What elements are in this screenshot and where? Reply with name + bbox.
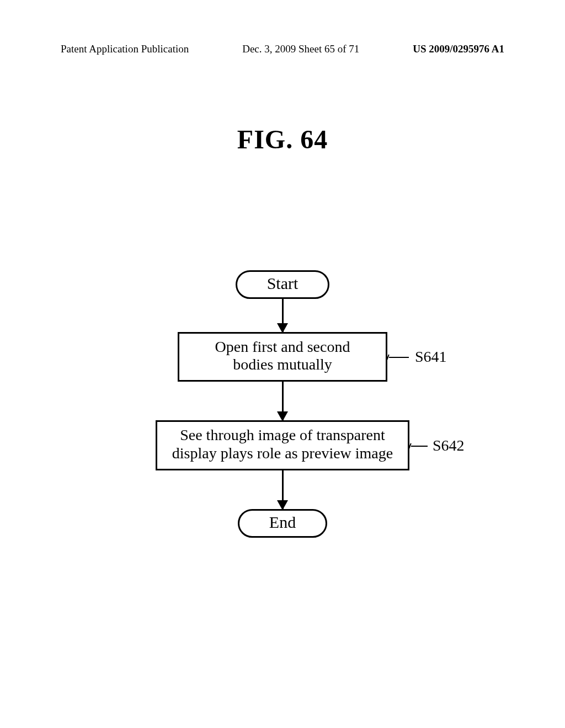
flow-start-row: Start: [236, 270, 330, 299]
figure-title: FIG. 64: [0, 124, 565, 154]
flow-connector: [282, 299, 284, 332]
header-publication: Patent Application Publication: [61, 43, 189, 55]
flow-step1-ref: S641: [415, 348, 447, 366]
flow-step2-row: See through image of transparentdisplay …: [156, 420, 409, 470]
flow-connector: [282, 470, 284, 509]
page-header: Patent Application Publication Dec. 3, 2…: [0, 43, 565, 55]
flow-end-row: End: [238, 509, 327, 538]
header-pub-number: US 2009/0295976 A1: [413, 43, 504, 55]
flowchart: Start Open first and secondbodies mutual…: [0, 270, 565, 538]
flow-process-step2: See through image of transparentdisplay …: [156, 420, 409, 470]
flow-terminator-start: Start: [236, 270, 330, 299]
flow-step2-ref: S642: [433, 437, 465, 454]
flow-process-step1: Open first and secondbodies mutually: [178, 332, 387, 382]
flow-step1-row: Open first and secondbodies mutually S64…: [178, 332, 387, 382]
flow-connector: [282, 382, 284, 420]
flow-terminator-end: End: [238, 509, 327, 538]
header-date-sheet: Dec. 3, 2009 Sheet 65 of 71: [242, 43, 359, 55]
leader-line: [411, 446, 428, 447]
leader-line: [389, 357, 409, 358]
